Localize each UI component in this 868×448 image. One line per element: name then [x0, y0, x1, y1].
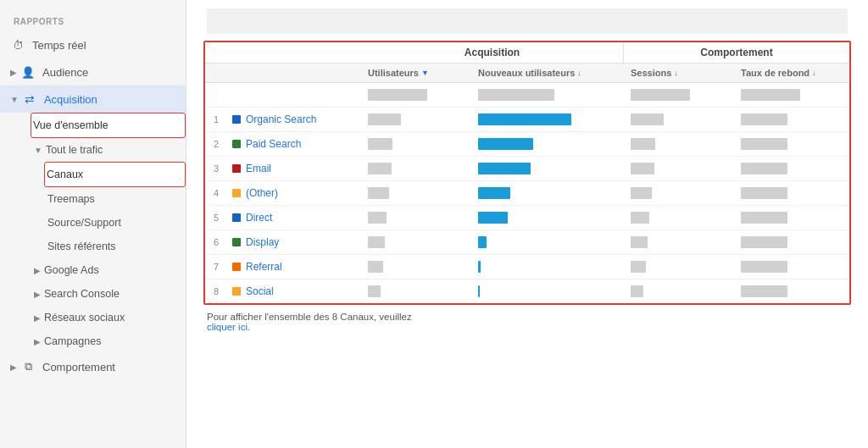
sidebar-item-sites-referents[interactable]: Sites référents: [44, 235, 186, 258]
sidebar-item-treemaps[interactable]: Treemaps: [44, 187, 186, 211]
sidebar-item-label: Source/Support: [47, 217, 121, 229]
sort-icon: ▼: [421, 69, 429, 77]
cell-users: [361, 255, 471, 279]
cell-new-users: [471, 230, 624, 254]
channel-link[interactable]: Referral: [246, 261, 282, 273]
footer-link[interactable]: cliquer ici.: [207, 322, 250, 332]
sidebar-item-source-support[interactable]: Source/Support: [44, 211, 186, 235]
data-table: Acquisition Comportement Utilisateurs ▼ …: [203, 41, 851, 305]
table-row: 6 Display: [205, 230, 849, 255]
cell-bounce: [734, 108, 844, 131]
cell-sessions: [624, 157, 734, 180]
cell-num: 7: [205, 256, 225, 278]
sort-icon-4: ↓: [812, 69, 816, 77]
cell-new-users: [471, 206, 624, 230]
cell-users: [361, 206, 471, 230]
sidebar-item-label: Google Ads: [44, 264, 99, 276]
cell-num: 3: [205, 158, 225, 180]
sidebar-item-label: Comportement: [42, 361, 115, 373]
channel-link[interactable]: Email: [246, 163, 271, 174]
table-row: 2 Paid Search: [205, 132, 849, 157]
cell-channel: Referral: [225, 255, 361, 279]
chevron-right-icon: ▶: [34, 313, 41, 323]
th-nouveaux-utilisateurs[interactable]: Nouveaux utilisateurs ↓: [471, 64, 624, 82]
channel-link[interactable]: Social: [246, 285, 274, 297]
sidebar-item-audience[interactable]: ▶ 👤 Audience: [0, 58, 186, 86]
table-row: 4 (Other): [205, 181, 849, 206]
cell-channel: Display: [225, 230, 361, 254]
cell-channel: Organic Search: [225, 108, 361, 131]
totals-row: [205, 83, 849, 108]
table-body: 1 Organic Search 2 Paid Search 3: [205, 108, 849, 303]
cell-users: [361, 132, 471, 156]
channel-link[interactable]: Direct: [246, 212, 272, 224]
channel-link[interactable]: Paid Search: [246, 138, 301, 150]
sidebar-item-google-ads[interactable]: ▶ Google Ads: [31, 258, 186, 282]
comportement-group-header: Comportement: [624, 42, 849, 63]
group-header-row: Acquisition Comportement: [205, 42, 849, 64]
table-row: 8 Social: [205, 279, 849, 303]
person-icon: 👤: [20, 64, 36, 80]
sidebar-item-acquisition[interactable]: ▼ ⇄ Acquisition: [0, 86, 186, 113]
acquisition-group-header: Acquisition: [361, 42, 624, 63]
footer-note: Pour afficher l'ensemble des 8 Canaux, v…: [203, 312, 851, 332]
channel-link[interactable]: Display: [246, 236, 279, 248]
sidebar-item-label: Acquisition: [44, 93, 97, 106]
cell-sessions: [624, 230, 734, 254]
cell-channel: (Other): [225, 181, 361, 205]
th-taux-rebond[interactable]: Taux de rebond ↓: [734, 64, 844, 82]
cell-new-users: [471, 181, 624, 205]
table-row: 7 Referral: [205, 255, 849, 279]
sidebar-item-comportement[interactable]: ▶ ⧉ Comportement: [0, 353, 186, 380]
cell-bounce: [734, 132, 844, 156]
chevron-right-icon: ▶: [10, 362, 17, 372]
th-sessions[interactable]: Sessions ↓: [624, 64, 734, 82]
cell-pages: [844, 132, 851, 156]
cell-sessions: [624, 181, 734, 205]
chevron-down-icon: ▼: [10, 95, 19, 104]
cell-pages: [844, 157, 851, 180]
sidebar-item-reseaux-sociaux[interactable]: ▶ Réseaux sociaux: [31, 306, 186, 329]
sidebar-item-tout-trafic[interactable]: ▼ Tout le trafic: [31, 138, 186, 162]
clock-icon: ⏱: [10, 37, 25, 53]
sidebar-item-label: Campagnes: [44, 335, 101, 347]
th-index: [205, 64, 225, 82]
sidebar-item-label: Sites référents: [47, 241, 116, 252]
chevron-right-icon: ▶: [10, 68, 17, 77]
channel-link[interactable]: Organic Search: [246, 113, 316, 125]
cell-new-users: [471, 279, 624, 303]
sidebar-item-temps-reel[interactable]: ⏱ Temps réel: [0, 31, 186, 58]
sidebar-sub-acquisition: Vue d'ensemble ▼ Tout le trafic Canaux T…: [0, 113, 186, 353]
cell-sessions: [624, 132, 734, 156]
sidebar-item-label: Réseaux sociaux: [44, 312, 125, 324]
channel-link[interactable]: (Other): [246, 187, 278, 199]
table-header-row: Utilisateurs ▼ Nouveaux utilisateurs ↓ S…: [205, 64, 849, 83]
sort-icon-3: ↓: [674, 69, 678, 77]
cell-channel: Paid Search: [225, 132, 361, 156]
cell-sessions: [624, 206, 734, 230]
cell-pages: [844, 230, 851, 254]
cell-bounce: [734, 157, 844, 180]
cell-bounce: [734, 206, 844, 230]
chevron-right-icon: ▶: [34, 290, 41, 299]
sidebar-item-vue-ensemble[interactable]: Vue d'ensemble: [31, 113, 186, 138]
cell-num: 8: [205, 280, 225, 302]
cell-num: 2: [205, 133, 225, 155]
cell-channel: Social: [225, 279, 361, 303]
sidebar-item-label: Vue d'ensemble: [33, 119, 108, 131]
sidebar-item-search-console[interactable]: ▶ Search Console: [31, 282, 186, 306]
cell-users: [361, 157, 471, 180]
cell-users: [361, 279, 471, 303]
sidebar-sub-trafic: Canaux Treemaps Source/Support Sites réf…: [31, 162, 186, 258]
th-utilisateurs[interactable]: Utilisateurs ▼: [361, 64, 471, 82]
sidebar-item-campagnes[interactable]: ▶ Campagnes: [31, 329, 186, 353]
sidebar-item-canaux[interactable]: Canaux: [44, 162, 186, 187]
cell-channel: Email: [225, 157, 361, 180]
cell-num: 1: [205, 108, 225, 130]
cell-new-users: [471, 255, 624, 279]
cell-users: [361, 230, 471, 254]
th-pages-session[interactable]: Pages/session: [844, 64, 851, 82]
th-channel: [225, 64, 361, 82]
table-row: 1 Organic Search: [205, 108, 849, 132]
sidebar-item-label: Search Console: [44, 288, 120, 300]
